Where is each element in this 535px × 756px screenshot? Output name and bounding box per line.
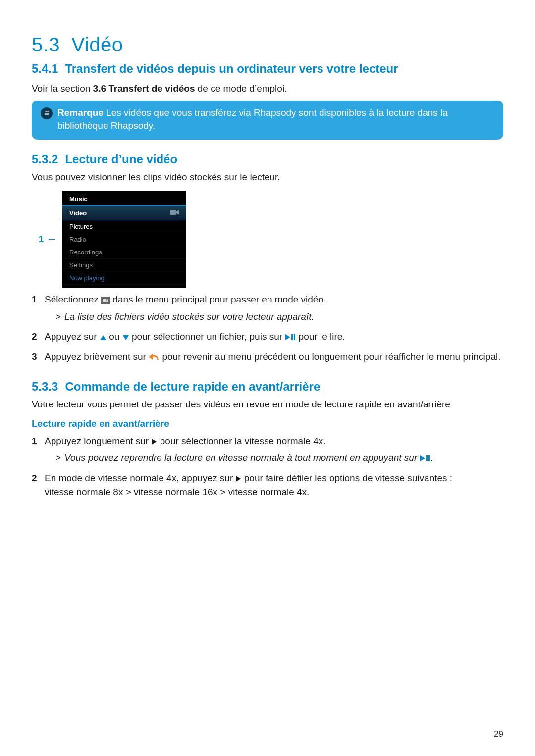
device-label-video: Video: [69, 209, 170, 217]
svg-rect-3: [170, 210, 176, 215]
device-label-radio: Radio: [69, 236, 179, 243]
step-3: Appuyez brièvement sur pour revenir au m…: [32, 350, 503, 367]
device-illustration: 1 Music Video Pictures Radio Recordings …: [32, 191, 503, 288]
step-2: Appuyez sur ou pour sélectionner un fich…: [32, 330, 503, 347]
down-triangle-icon: [122, 335, 129, 341]
h1-text: Vidéo: [71, 34, 123, 55]
intro-532: Vous pouvez visionner les clips vidéo st…: [32, 170, 503, 184]
device-row-nowplaying: Now playing: [62, 272, 186, 285]
note-text: Les vidéos que vous transférez via Rhaps…: [57, 107, 448, 131]
note-label: Remarque: [57, 107, 104, 118]
svg-rect-10: [291, 334, 293, 340]
heading-541: 5.4.1 Transfert de vidéos depuis un ordi…: [32, 62, 503, 76]
svg-rect-15: [426, 455, 428, 461]
h1-number: 5.3: [32, 34, 60, 55]
step-533-1: Appuyez longuement sur pour sélectionner…: [32, 434, 503, 468]
s533-1-result-pre: Vous pouvez reprendre la lecture en vite…: [64, 453, 420, 463]
svg-rect-5: [103, 299, 107, 302]
device-row-music: Music: [62, 193, 186, 206]
svg-marker-13: [152, 439, 157, 445]
note-box: Remarque Les vidéos que vous transférez …: [32, 101, 503, 140]
device-label-music: Music: [69, 195, 179, 202]
step2-mid: ou: [107, 331, 122, 342]
note-icon: [41, 107, 53, 119]
step1-pre: Sélectionnez: [45, 294, 101, 304]
play-icon: [235, 475, 241, 482]
s533-2-pre: En mode de vitesse normale 4x, appuyez s…: [45, 473, 235, 483]
step3-post: pour revenir au menu précédent ou longue…: [160, 352, 500, 362]
step1-result-text: La liste des fichiers vidéo stockés sur …: [64, 311, 314, 322]
h2-number: 5.4.1: [32, 62, 58, 76]
device-callout-number: 1: [32, 234, 44, 245]
step1-result: >La liste des fichiers vidéo stockés sur…: [55, 310, 503, 324]
h3b-text: Commande de lecture rapide en avant/arri…: [65, 380, 320, 394]
manual-page: 5.3 Vidéo 5.4.1 Transfert de vidéos depu…: [0, 0, 535, 756]
play-pause-icon: [285, 334, 296, 341]
steps-532: Sélectionnez dans le menu principal pour…: [32, 293, 503, 367]
h3b-number: 5.3.3: [32, 380, 58, 394]
s533-1-result: >Vous pouvez reprendre la lecture en vit…: [55, 451, 503, 465]
svg-rect-11: [294, 334, 295, 340]
device-label-pictures: Pictures: [69, 223, 179, 230]
svg-marker-4: [176, 210, 179, 215]
device-label-recordings: Recordings: [69, 249, 179, 256]
svg-marker-17: [236, 476, 241, 482]
s533-1-post: pour sélectionner la vitesse normale 4x.: [157, 436, 325, 446]
device-row-pictures: Pictures: [62, 220, 186, 233]
camcorder-icon: [170, 209, 179, 217]
page-number: 29: [494, 729, 503, 739]
s533-2-line2: vitesse normale 8x > vitesse normale 16x…: [45, 485, 503, 500]
heading-533a: Lecture rapide en avant/arrière: [32, 418, 503, 429]
device-label-settings: Settings: [69, 261, 179, 269]
intro-533: Votre lecteur vous permet de passer des …: [32, 398, 503, 411]
device-row-settings: Settings: [62, 259, 186, 272]
device-label-nowplaying: Now playing: [69, 274, 179, 282]
page-title: 5.3 Vidéo: [32, 34, 503, 56]
s533-1-pre: Appuyez longuement sur: [45, 436, 151, 446]
step2-pre: Appuyez sur: [45, 331, 100, 342]
steps-533: Appuyez longuement sur pour sélectionner…: [32, 434, 503, 503]
svg-marker-9: [285, 334, 290, 340]
device-row-video: Video: [62, 206, 186, 220]
step1-post: dans le menu principal pour passer en mo…: [110, 294, 326, 304]
s533-2-post: pour faire défiler les options de vitess…: [241, 473, 452, 483]
see-section-paragraph: Voir la section 3.6 Transfert de vidéos …: [32, 82, 503, 96]
up-triangle-icon: [100, 335, 107, 341]
step-1: Sélectionnez dans le menu principal pour…: [32, 293, 503, 327]
h2-text: Transfert de vidéos depuis un ordinateur…: [65, 62, 503, 76]
device-callout-line: [49, 239, 55, 240]
s533-1-result-post: .: [430, 453, 433, 463]
back-icon: [149, 353, 160, 361]
see-section-post: de ce mode d’emploi.: [195, 83, 287, 94]
svg-marker-7: [100, 335, 106, 340]
h3-text: Lecture d’une vidéo: [65, 152, 177, 166]
step2-post: pour le lire.: [296, 331, 345, 342]
svg-marker-6: [107, 299, 108, 302]
note-body: Remarque Les vidéos que vous transférez …: [57, 106, 494, 133]
see-section-pre: Voir la section: [32, 83, 93, 94]
h3-number: 5.3.2: [32, 152, 58, 166]
device-row-recordings: Recordings: [62, 246, 186, 259]
step-533-2: En mode de vitesse normale 4x, appuyez s…: [32, 471, 503, 503]
see-section-bold: 3.6 Transfert de vidéos: [93, 83, 195, 94]
svg-marker-14: [420, 455, 425, 461]
step3-pre: Appuyez brièvement sur: [45, 352, 149, 362]
step2-mid2: pour sélectionner un fichier, puis sur: [129, 331, 285, 342]
heading-532: 5.3.2 Lecture d’une vidéo: [32, 152, 503, 166]
svg-marker-8: [123, 335, 129, 340]
heading-533: 5.3.3 Commande de lecture rapide en avan…: [32, 380, 503, 394]
play-pause-icon: [420, 455, 430, 462]
device-menu: Music Video Pictures Radio Recordings Se…: [62, 191, 186, 288]
device-row-radio: Radio: [62, 233, 186, 246]
play-icon: [151, 438, 157, 445]
video-thumb-icon: [101, 297, 110, 304]
